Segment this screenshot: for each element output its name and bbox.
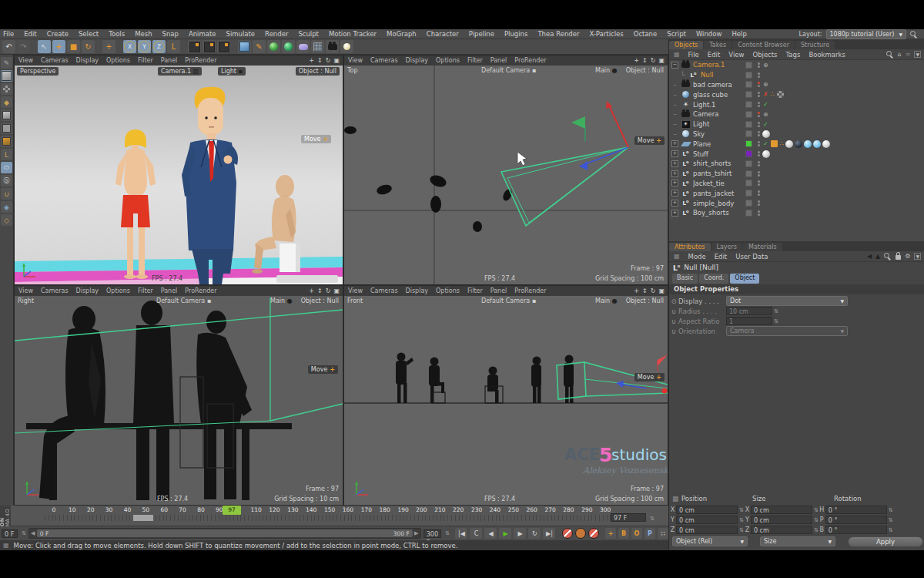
target-tag-icon[interactable]: ⊕ <box>763 111 768 118</box>
main-label[interactable]: Main ● <box>595 67 618 74</box>
panel-menu-icon[interactable]: ▼ <box>914 253 921 260</box>
menu-item[interactable]: Thea Render <box>537 30 579 38</box>
expand-icon[interactable]: + <box>671 180 678 187</box>
dolly-icon[interactable]: ↕ <box>317 57 323 64</box>
object-row[interactable]: – Camera ⊕ <box>669 109 924 119</box>
object-label[interactable]: Object : Null <box>296 67 340 76</box>
menu-item[interactable]: Sculpt <box>298 30 319 38</box>
panel-menu-icon[interactable]: ▼ <box>914 51 921 58</box>
rotation-h-field[interactable]: 0 ° <box>825 506 887 514</box>
disabled-icon[interactable]: ✗ <box>763 91 768 98</box>
size-z-field[interactable]: 0 cm <box>751 526 812 534</box>
y-axis-lock-button[interactable]: Y <box>138 40 151 53</box>
menu-item[interactable]: Animate <box>189 30 216 38</box>
record-parameter-toggle[interactable]: P <box>644 528 655 539</box>
next-frame-button[interactable]: ▶ <box>514 528 526 539</box>
viewport-solo-icon[interactable]: ⬭ <box>1 162 12 173</box>
layer-workplane-icon[interactable]: ◈ <box>1 201 12 213</box>
om-menu-bookmarks[interactable]: Bookmarks <box>808 51 845 59</box>
coord-mode-dropdown[interactable]: Object (Rel) ▼ <box>672 536 748 546</box>
layer-chip[interactable] <box>745 180 752 187</box>
viewport-menu-item[interactable]: Panel <box>490 57 507 64</box>
workplane-mode-icon[interactable]: ◆ <box>1 96 12 108</box>
dolly-icon[interactable]: ↕ <box>642 57 648 64</box>
stepper-icon[interactable]: ⇅ <box>774 318 778 324</box>
keyframe-selection-button[interactable] <box>588 528 599 539</box>
goto-end-button[interactable]: ▶| <box>543 528 555 539</box>
dolly-icon[interactable]: ↕ <box>642 287 648 294</box>
menu-item[interactable]: Pipeline <box>469 30 494 38</box>
generator-button[interactable] <box>267 40 280 53</box>
viewport-menu-item[interactable]: View <box>18 287 33 294</box>
size-x-field[interactable]: 0 cm <box>751 506 812 514</box>
expand-icon[interactable]: + <box>671 170 678 177</box>
axis-mode-icon[interactable]: L <box>1 149 12 160</box>
range-slider[interactable]: ◀ 0 F300 F ▶ <box>28 528 421 539</box>
object-row[interactable]: − Camera.1 ⊕ <box>669 60 924 70</box>
object-label[interactable]: Object : Null <box>626 67 664 74</box>
layer-chip[interactable] <box>745 62 752 69</box>
pan-icon[interactable]: + <box>634 57 639 64</box>
maximize-icon[interactable]: ▣ <box>333 57 340 64</box>
stepper-icon[interactable]: ⇅ <box>889 517 893 523</box>
viewport-menu-item[interactable]: ProRender <box>514 287 546 294</box>
viewport-menu-item[interactable]: ProRender <box>185 287 216 294</box>
enabled-icon[interactable]: ✓ <box>763 121 768 128</box>
right-canvas[interactable]: Right Default Camera ▪ Main ● Object : N… <box>15 296 343 505</box>
layer-chip[interactable] <box>745 190 752 197</box>
radio-icon[interactable]: ⊙ <box>669 297 678 305</box>
viewport-menu-item[interactable]: Options <box>436 57 460 64</box>
viewport-menu-item[interactable]: Display <box>406 57 429 64</box>
layer-chip[interactable] <box>745 210 752 217</box>
maximize-icon[interactable]: ▣ <box>658 57 665 64</box>
render-view-button[interactable] <box>188 40 201 53</box>
object-row[interactable]: – ☀ Light.1 ✓ <box>669 99 924 109</box>
viewport-menu-item[interactable]: Filter <box>467 287 483 294</box>
layer-chip[interactable] <box>745 170 752 177</box>
subtab-basic[interactable]: Basic <box>672 274 698 284</box>
anim-dot-icon[interactable]: ∪ <box>669 318 678 325</box>
object-row[interactable]: – bad camera ⊕ <box>669 80 924 90</box>
size-y-field[interactable]: 0 cm <box>751 516 812 524</box>
attr-menu-userdata[interactable]: User Data <box>735 253 768 260</box>
material-tag[interactable] <box>785 140 793 148</box>
viewport-menu-item[interactable]: View <box>18 57 33 64</box>
expand-icon[interactable]: + <box>671 140 678 147</box>
maximize-icon[interactable]: ▣ <box>658 287 665 294</box>
z-axis-lock-button[interactable]: Z <box>152 40 166 53</box>
layer-chip[interactable] <box>745 81 752 88</box>
live-selection-button[interactable]: ↖ <box>38 40 51 53</box>
stepper-icon[interactable]: ⇅ <box>774 308 778 314</box>
layer-chip[interactable] <box>745 111 752 118</box>
object-label[interactable]: Object : Null <box>626 297 664 304</box>
current-frame-field[interactable]: 97 F <box>611 513 646 522</box>
viewport-menu-item[interactable]: Panel <box>161 57 178 64</box>
keyframe-bar[interactable] <box>133 515 153 521</box>
viewport-menu-item[interactable]: Cameras <box>370 287 398 294</box>
history-up-icon[interactable]: ▲ <box>875 253 880 260</box>
previous-frame-button[interactable]: ◀ <box>484 528 497 539</box>
viewport-menu-item[interactable]: Panel <box>161 287 178 294</box>
menu-item[interactable]: File <box>3 30 14 38</box>
expand-icon[interactable]: + <box>671 150 678 157</box>
layer-chip[interactable] <box>745 200 752 207</box>
gear-icon[interactable]: ⚙ <box>905 253 910 260</box>
search-icon[interactable] <box>910 31 918 39</box>
layer-chip[interactable] <box>745 160 752 167</box>
move-tool-button[interactable]: + <box>52 40 65 53</box>
anim-dot-icon[interactable]: ∪ <box>669 307 678 315</box>
menu-item[interactable]: Script <box>667 30 686 38</box>
lock-icon[interactable] <box>896 255 901 260</box>
tab-attributes[interactable]: Attributes <box>669 243 711 251</box>
stepper-icon[interactable]: ⇅ <box>650 516 654 522</box>
record-pla-toggle[interactable]: ∷ <box>658 528 668 539</box>
render-picture-viewer-button[interactable] <box>203 40 216 53</box>
top-canvas[interactable]: Top Default Camera ▪ Main ● Object : Nul… <box>344 66 668 284</box>
om-menu-view[interactable]: View <box>728 51 744 59</box>
orientation-dropdown[interactable]: Camera ▼ <box>726 326 848 336</box>
menu-item[interactable]: Window <box>696 30 722 38</box>
spline-pen-button[interactable]: ✎ <box>253 40 266 53</box>
viewport-menu-item[interactable]: Filter <box>138 287 153 294</box>
dolly-icon[interactable]: ↕ <box>317 287 323 294</box>
material-tag[interactable] <box>804 140 812 148</box>
